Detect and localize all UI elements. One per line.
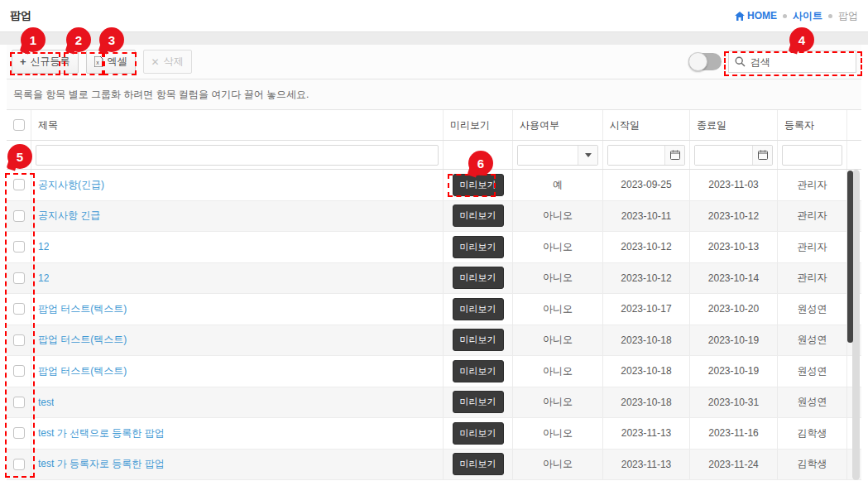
filter-row <box>7 141 861 170</box>
preview-button[interactable]: 미리보기 <box>453 204 504 227</box>
excel-export-button[interactable]: x 엑셀 <box>86 50 136 74</box>
column-header-use[interactable]: 사용여부 <box>513 110 603 140</box>
dropdown-caret-button[interactable] <box>578 146 597 165</box>
row-checkbox[interactable] <box>13 210 25 222</box>
end-date-value: 2023-10-19 <box>708 365 759 377</box>
row-checkbox[interactable] <box>13 272 25 284</box>
table-row: 팝업 터스트(텍스트) 미리보기 아니오 2023-10-18 2023-10-… <box>7 325 861 357</box>
start-date-value: 2023-10-12 <box>621 272 671 284</box>
column-header-start[interactable]: 시작일 <box>603 110 690 140</box>
popup-title-link[interactable]: 12 <box>38 241 49 253</box>
table-row: 팝업 터스트(텍스트) 미리보기 아니오 2023-10-18 2023-10-… <box>7 356 861 387</box>
popup-title-link[interactable]: 팝업 터스트(텍스트) <box>38 364 127 378</box>
column-header-preview[interactable]: 미리보기 <box>444 110 513 140</box>
breadcrumb-home-link[interactable]: HOME <box>735 10 777 22</box>
preview-button[interactable]: 미리보기 <box>453 236 504 258</box>
search-toggle-switch[interactable] <box>688 53 722 70</box>
popup-title-link[interactable]: 팝업 터스트(텍스트) <box>38 302 127 316</box>
calendar-icon <box>670 150 680 160</box>
preview-button[interactable]: 미리보기 <box>453 174 504 196</box>
registrant-value: 원성연 <box>798 364 827 378</box>
start-date-value: 2023-10-18 <box>621 365 671 377</box>
end-date-value: 2023-10-13 <box>708 241 759 253</box>
preview-button[interactable]: 미리보기 <box>453 298 504 320</box>
column-header-end[interactable]: 종료일 <box>690 110 778 140</box>
popup-grid: + 신규등록 x 엑셀 ✕ 삭제 <box>7 45 861 481</box>
search-input[interactable] <box>751 56 850 68</box>
new-register-button[interactable]: + 신규등록 <box>12 50 79 74</box>
delete-label: 삭제 <box>164 55 184 69</box>
use-value: 아니오 <box>543 426 573 440</box>
calendar-button[interactable] <box>664 146 684 165</box>
preview-button[interactable]: 미리보기 <box>453 453 504 475</box>
popup-title-link[interactable]: 12 <box>38 272 49 284</box>
use-value: 아니오 <box>543 240 573 254</box>
search-box <box>728 51 856 73</box>
preview-button[interactable]: 미리보기 <box>453 360 504 382</box>
preview-button[interactable]: 미리보기 <box>453 329 504 351</box>
header-scroll-spacer <box>847 110 861 140</box>
plus-icon: + <box>20 56 26 67</box>
preview-button[interactable]: 미리보기 <box>453 422 504 445</box>
use-value: 아니오 <box>543 395 573 409</box>
column-header-title[interactable]: 제목 <box>31 110 444 140</box>
delete-button[interactable]: ✕ 삭제 <box>143 50 192 74</box>
row-checkbox[interactable] <box>13 459 25 470</box>
popup-title-link[interactable]: test 가 선택으로 등록한 팝업 <box>38 426 165 440</box>
end-date-input[interactable] <box>695 146 752 165</box>
popup-title-link[interactable]: 공지사항(긴급) <box>38 178 104 192</box>
breadcrumb-separator-dot <box>783 14 787 18</box>
use-value: 아니오 <box>543 364 573 378</box>
table-row: test 가 선택으로 등록한 팝업 미리보기 아니오 2023-11-13 2… <box>7 418 861 450</box>
annotation-badge-1: 1 <box>21 27 46 52</box>
row-checkbox[interactable] <box>13 303 25 315</box>
row-checkbox[interactable] <box>13 241 25 253</box>
start-date-input[interactable] <box>608 146 664 165</box>
vertical-scrollbar-track[interactable] <box>852 170 860 480</box>
row-checkbox[interactable] <box>13 397 25 408</box>
filter-end-cell <box>690 141 778 169</box>
registrant-value: 원성연 <box>798 302 827 316</box>
popup-title-link[interactable]: test <box>38 397 54 408</box>
end-date-value: 2023-10-12 <box>708 210 759 222</box>
use-filter-dropdown <box>517 145 598 166</box>
preview-button[interactable]: 미리보기 <box>453 267 504 289</box>
end-date-value: 2023-11-16 <box>708 427 759 439</box>
filter-use-cell <box>513 141 603 169</box>
calendar-button[interactable] <box>752 146 772 165</box>
row-checkbox[interactable] <box>13 365 25 377</box>
excel-export-label: 엑셀 <box>108 55 127 69</box>
svg-text:x: x <box>96 60 99 65</box>
popup-admin-page: 팝업 HOME 사이트 팝업 + 신규등록 x <box>0 0 868 481</box>
popup-title-link[interactable]: 공지사항 긴급 <box>38 209 100 223</box>
popup-title-link[interactable]: 팝업 터스트(텍스트) <box>38 333 127 347</box>
row-checkbox[interactable] <box>13 179 25 190</box>
registrant-value: 관리자 <box>798 271 827 285</box>
use-filter-input[interactable] <box>518 146 578 165</box>
vertical-scrollbar-thumb[interactable] <box>847 171 853 343</box>
registrant-value: 관리자 <box>798 178 827 192</box>
column-header-registrant[interactable]: 등록자 <box>778 110 847 140</box>
breadcrumb: HOME 사이트 팝업 <box>735 9 858 23</box>
popup-title-link[interactable]: test 가 등록자로 등록한 팝업 <box>38 457 165 471</box>
breadcrumb-separator-dot <box>828 14 832 18</box>
registrant-filter-input[interactable] <box>782 145 842 166</box>
preview-button[interactable]: 미리보기 <box>453 391 504 413</box>
row-checkbox[interactable] <box>13 427 25 439</box>
page-title: 팝업 <box>10 8 31 23</box>
start-date-value: 2023-09-25 <box>621 179 671 190</box>
home-icon <box>735 12 745 21</box>
breadcrumb-site-link[interactable]: 사이트 <box>793 9 822 23</box>
end-date-value: 2023-11-24 <box>708 459 759 470</box>
select-all-checkbox[interactable] <box>13 119 25 131</box>
table-row: test 미리보기 아니오 2023-10-18 2023-10-31 원성연 <box>7 387 861 419</box>
end-date-picker <box>694 145 773 166</box>
table-row: 12 미리보기 아니오 2023-10-12 2023-10-14 관리자 <box>7 263 861 295</box>
select-all-cell <box>7 110 31 140</box>
start-date-value: 2023-10-11 <box>621 210 672 222</box>
use-value: 아니오 <box>543 302 573 316</box>
registrant-value: 관리자 <box>798 240 827 254</box>
row-checkbox[interactable] <box>13 334 25 346</box>
title-filter-input[interactable] <box>36 145 439 166</box>
start-date-value: 2023-11-13 <box>621 427 672 439</box>
